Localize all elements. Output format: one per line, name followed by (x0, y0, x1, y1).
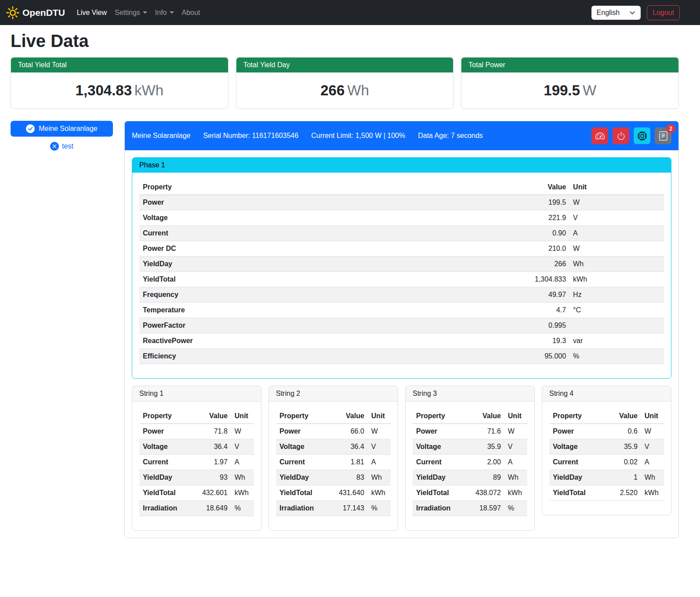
unit-cell: kWh (569, 272, 664, 287)
nav-info[interactable]: Info (151, 5, 178, 20)
string-2-card: String 2 Property Value Unit (268, 386, 398, 531)
unit-cell: W (641, 424, 664, 439)
power-toggle-button[interactable] (613, 127, 629, 144)
table-row: YieldTotal432.601kWh (139, 485, 254, 501)
table-row: Power0.6W (549, 424, 664, 439)
unit-cell: A (231, 455, 254, 470)
unit-cell: W (569, 195, 664, 210)
value-cell: 199.5 (402, 195, 569, 210)
value-cell: 1.81 (327, 455, 368, 470)
property-cell: Irradiation (413, 501, 464, 516)
journal-icon (659, 131, 668, 141)
top-navbar: OpenDTU Live View Settings Info About En… (0, 0, 700, 25)
logout-button[interactable]: Logout (647, 5, 680, 20)
table-row: ReactivePower19.3var (139, 333, 664, 349)
nav-live-view[interactable]: Live View (73, 5, 111, 20)
event-log-button[interactable]: 2 (655, 127, 671, 144)
check-circle-icon (26, 124, 35, 133)
language-select[interactable]: English (591, 6, 641, 20)
column-property: Property (276, 409, 327, 424)
table-row: Power66.0W (276, 424, 391, 439)
x-circle-icon (50, 142, 59, 151)
value-cell: 0.02 (606, 455, 641, 470)
table-row: Power71.6W (413, 424, 527, 439)
table-row: YieldTotal431.640kWh (276, 485, 391, 501)
table-row: YieldDay1Wh (549, 470, 664, 485)
nav-about[interactable]: About (178, 5, 204, 20)
column-value: Value (464, 409, 504, 424)
value-cell: 17.143 (327, 501, 368, 516)
unit-cell: V (368, 439, 391, 455)
unit-cell (569, 318, 664, 333)
value-cell: 2.00 (464, 455, 504, 470)
card-title: Total Power (461, 58, 678, 72)
property-cell: Power (276, 424, 327, 439)
inverter-serial: Serial Number: 116171603546 (203, 132, 298, 140)
property-cell: Temperature (139, 303, 402, 318)
property-cell: ReactivePower (139, 333, 402, 349)
string-title: String 3 (406, 386, 534, 402)
unit-cell: kWh (641, 485, 664, 501)
table-row: YieldTotal2.520kWh (549, 485, 664, 501)
table-row: Voltage36.4V (139, 439, 254, 455)
value-cell: 431.640 (327, 485, 368, 501)
table-header-row: Property Value Unit (139, 180, 664, 195)
unit-cell: A (641, 455, 664, 470)
property-cell: Voltage (276, 439, 327, 455)
column-unit: Unit (368, 409, 391, 424)
property-cell: Current (139, 455, 191, 470)
unit-cell: kWh (368, 485, 391, 501)
property-cell: Power (413, 424, 464, 439)
property-cell: Current (276, 455, 327, 470)
property-cell: Voltage (549, 439, 606, 455)
unit-cell: % (231, 501, 254, 516)
inverter-link-test[interactable]: test (11, 142, 113, 151)
column-value: Value (606, 409, 641, 424)
brand-link[interactable]: OpenDTU (6, 6, 65, 19)
property-cell: Voltage (139, 210, 402, 226)
value-cell: 71.6 (464, 424, 504, 439)
value-cell: 2.520 (606, 485, 641, 501)
inverter-list: Meine Solaranlage test (11, 121, 113, 151)
unit-cell: Wh (368, 470, 391, 485)
table-header-row: Property Value Unit (549, 409, 664, 424)
unit-cell: V (569, 210, 664, 226)
table-header-row: Property Value Unit (139, 409, 254, 424)
property-cell: YieldTotal (139, 485, 191, 501)
value-cell: 266 (402, 257, 569, 272)
column-value: Value (327, 409, 368, 424)
unit-cell: W (368, 424, 391, 439)
string-4-table: Property Value Unit Power0.6WVoltage35.9… (549, 409, 664, 501)
value-cell: 18.597 (464, 501, 504, 516)
inverter-header-name: Meine Solaranlage (132, 132, 190, 140)
table-row: Power71.8W (139, 424, 254, 439)
value-cell: 66.0 (327, 424, 368, 439)
card-unit: kWh (134, 82, 163, 98)
value-cell: 1.97 (191, 455, 231, 470)
unit-cell: Wh (504, 470, 527, 485)
limit-settings-button[interactable] (591, 127, 608, 144)
unit-cell: Wh (569, 257, 664, 272)
sun-icon (6, 6, 19, 19)
nav-settings[interactable]: Settings (111, 5, 151, 20)
value-cell: 83 (327, 470, 368, 485)
unit-cell: Wh (231, 470, 254, 485)
column-unit: Unit (641, 409, 664, 424)
property-cell: YieldDay (139, 470, 191, 485)
value-cell: 35.9 (606, 439, 641, 455)
strings-row: String 1 Property Value Unit (132, 386, 671, 531)
summary-cards-row: Total Yield Total 1,304.83kWh Total Yiel… (11, 57, 679, 109)
device-info-button[interactable] (634, 127, 650, 144)
card-title: Total Yield Total (11, 58, 228, 72)
table-row: Frequency49.97Hz (139, 287, 664, 303)
inverter-select-button[interactable]: Meine Solaranlage (11, 121, 113, 137)
property-cell: YieldDay (549, 470, 606, 485)
property-cell: Irradiation (139, 501, 191, 516)
table-row: Power DC210.0W (139, 241, 664, 257)
property-cell: YieldTotal (549, 485, 606, 501)
unit-cell: var (569, 333, 664, 349)
phase-table: Property Value Unit Power199.5WVoltage22… (139, 180, 664, 364)
property-cell: Irradiation (276, 501, 327, 516)
phase-1-card: Phase 1 Property Value Unit Power199.5WV… (132, 157, 671, 379)
property-cell: Voltage (413, 439, 464, 455)
